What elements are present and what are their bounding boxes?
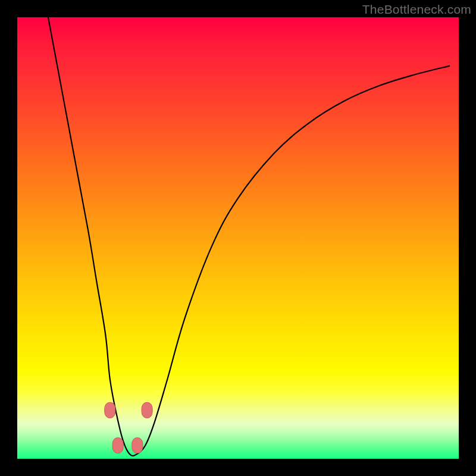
curve-marker xyxy=(112,438,123,453)
chart-frame: TheBottleneck.com xyxy=(0,0,476,476)
curve-marker xyxy=(105,402,115,418)
curve-marker xyxy=(142,402,152,418)
chart-svg xyxy=(17,17,459,459)
bottleneck-curve xyxy=(48,17,450,456)
watermark-text: TheBottleneck.com xyxy=(362,2,471,17)
plot-area xyxy=(17,17,459,459)
curve-marker xyxy=(132,438,143,453)
